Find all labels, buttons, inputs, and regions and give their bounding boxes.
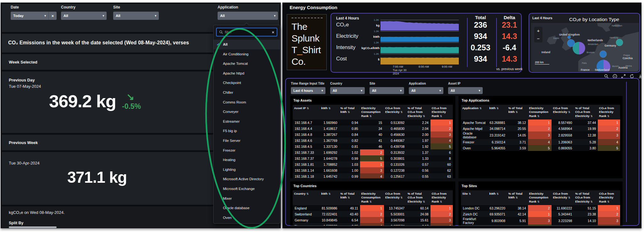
column-header[interactable]: kWh⇅ xyxy=(488,190,507,205)
lower-filter-dropdown[interactable]: All▾ xyxy=(448,87,483,94)
sort-icon[interactable]: ⇅ xyxy=(568,111,570,114)
application-dropdown-popup: filter × ✓AllAir ConditioningApache Tomc… xyxy=(213,25,280,224)
lower-filter-time-range-input-title: Time Range Input TitleLast 4 hours▾ xyxy=(291,82,325,94)
column-header[interactable]: % of Total CO₂e from Electricity⇅ xyxy=(574,190,598,205)
column-header[interactable]: Site⇅ xyxy=(461,190,488,205)
frankfurt-bubble[interactable] xyxy=(600,51,607,58)
sort-icon[interactable]: ⇅ xyxy=(469,192,471,195)
sort-icon[interactable]: ⇅ xyxy=(306,192,308,195)
lower-filter-dropdown[interactable]: All▾ xyxy=(409,87,443,94)
sort-icon[interactable]: ⇅ xyxy=(423,200,425,203)
column-header[interactable]: Electricity Consumption Rank⇅ xyxy=(528,190,552,205)
dropdown-item-apache-httpd[interactable]: Apache httpd xyxy=(214,69,280,78)
berlin-bubble[interactable] xyxy=(616,39,623,46)
dropdown-item-apache-tomcat[interactable]: Apache Tomcat xyxy=(214,59,280,69)
column-header[interactable]: % of Total CO₂e from Electricity⇅ xyxy=(574,105,598,120)
sort-icon[interactable]: ⇅ xyxy=(329,107,331,110)
column-header[interactable]: CO₂e from Electricity Rank⇅ xyxy=(598,190,620,205)
column-header[interactable]: CO₂e from Electricity Rank⇅ xyxy=(430,105,453,120)
metric-unit: kWh xyxy=(360,35,380,38)
sort-icon[interactable]: ⇅ xyxy=(307,107,309,110)
sort-icon[interactable]: ⇅ xyxy=(607,200,609,203)
clear-search-icon[interactable]: × xyxy=(272,30,274,35)
dropdown-item-checkpoint[interactable]: Checkpoint xyxy=(214,78,280,88)
column-header[interactable]: Electricity Consumption Rank⇅ xyxy=(360,190,384,205)
filter-date-dropdown[interactable]: Today▾ xyxy=(11,12,48,20)
column-header[interactable]: CO₂e from Electricity⇅ xyxy=(384,105,406,120)
filter-application-dropdown[interactable]: All▾ xyxy=(218,12,278,20)
filter-country-dropdown[interactable]: All▾ xyxy=(61,12,107,20)
sort-icon[interactable]: ⇅ xyxy=(537,200,540,203)
column-header[interactable]: % of Total kWh⇅ xyxy=(339,190,360,205)
sort-icon[interactable]: ⇅ xyxy=(423,115,425,118)
column-header[interactable]: % of Total kWh⇅ xyxy=(339,105,360,120)
lower-filter-dropdown[interactable]: All▾ xyxy=(330,87,365,94)
column-header[interactable]: Application⇅ xyxy=(461,105,488,120)
sort-icon[interactable]: ⇅ xyxy=(591,200,593,203)
map-zoom-out-button[interactable]: − xyxy=(534,35,542,42)
sort-icon[interactable]: ⇅ xyxy=(329,192,331,195)
sort-icon[interactable]: ⇅ xyxy=(497,192,499,195)
column-header[interactable]: Asset IP⇅ xyxy=(293,105,320,120)
column-header[interactable]: kWh⇅ xyxy=(320,105,339,120)
sort-icon[interactable]: ⇅ xyxy=(440,115,442,118)
column-header[interactable]: CO₂e from Electricity Rank⇅ xyxy=(598,105,620,120)
sort-icon[interactable]: ⇅ xyxy=(401,196,403,199)
column-header[interactable]: % of Total kWh⇅ xyxy=(507,190,528,205)
dropdown-item-freezer[interactable]: Freezer xyxy=(214,146,280,155)
sort-icon[interactable]: ⇅ xyxy=(516,196,518,199)
dropdown-item-estreamer[interactable]: Estreamer xyxy=(214,117,280,126)
dropdown-item-oven[interactable]: Oven xyxy=(214,213,280,222)
sort-icon[interactable]: ⇅ xyxy=(516,111,518,114)
dropdown-item-all[interactable]: ✓All xyxy=(214,40,280,49)
column-header[interactable]: CO₂e from Electricity⇅ xyxy=(552,105,574,120)
dropdown-item-heating[interactable]: Heating xyxy=(214,155,280,165)
sort-icon[interactable]: ⇅ xyxy=(497,107,499,110)
column-header[interactable]: kWh⇅ xyxy=(488,105,507,120)
column-header[interactable]: Electricity Consumption Rank⇅ xyxy=(360,105,384,120)
sort-icon[interactable]: ⇅ xyxy=(348,196,350,199)
dropdown-item-microsoft-exchange[interactable]: Microsoft Exchange xyxy=(214,184,280,194)
column-header[interactable]: % of Total CO₂e from Electricity⇅ xyxy=(406,190,430,205)
column-header[interactable]: % of Total CO₂e from Electricity⇅ xyxy=(406,105,430,120)
dropdown-item-microsoft-active-directory[interactable]: Microsoft Active Directory xyxy=(214,174,280,184)
dropdown-item-lighting[interactable]: Lighting xyxy=(214,165,280,175)
column-header[interactable]: kWh⇅ xyxy=(320,190,339,205)
birmingham-bubble[interactable] xyxy=(567,39,575,47)
map-city-label-hamburg: Hamburg xyxy=(610,36,618,39)
dropdown-item-file-server[interactable]: File Server xyxy=(214,136,280,146)
column-header[interactable]: CO₂e from Electricity Rank⇅ xyxy=(430,190,453,205)
horizontal-scrollbar[interactable] xyxy=(9,226,57,228)
sort-icon[interactable]: ⇅ xyxy=(480,107,482,110)
table-cell: 1.644278 xyxy=(320,155,339,161)
column-header[interactable]: Electricity Consumption Rank⇅ xyxy=(528,105,552,120)
table-cell: 14.05 xyxy=(507,131,528,139)
column-header[interactable]: Country⇅ xyxy=(293,190,320,205)
sort-icon[interactable]: ⇅ xyxy=(537,115,540,118)
dropdown-search-input[interactable]: filter × xyxy=(216,28,277,36)
download-icon[interactable] xyxy=(638,74,643,79)
column-header[interactable]: % of Total kWh⇅ xyxy=(507,105,528,120)
map-zoom-in-button[interactable]: + xyxy=(534,27,542,35)
filter-clear-button[interactable]: × xyxy=(48,12,57,20)
column-header[interactable]: CO₂e from Electricity⇅ xyxy=(384,190,406,205)
dropdown-item-air-conditioning[interactable]: Air Conditioning xyxy=(214,49,280,59)
sort-icon[interactable]: ⇅ xyxy=(568,196,570,199)
lower-filter-dropdown[interactable]: All▾ xyxy=(369,87,404,94)
dropdown-item-f5-big-ip[interactable]: F5 big ip xyxy=(214,126,280,136)
sort-icon[interactable]: ⇅ xyxy=(440,200,442,203)
column-header[interactable]: CO₂e from Electricity⇅ xyxy=(552,190,574,205)
sort-icon[interactable]: ⇅ xyxy=(607,115,609,118)
sort-icon[interactable]: ⇅ xyxy=(401,111,403,114)
sort-icon[interactable]: ⇅ xyxy=(591,115,593,118)
dropdown-item-mixer[interactable]: Mixer xyxy=(214,194,280,203)
dropdown-item-conveyer[interactable]: Conveyer xyxy=(214,107,280,117)
sort-icon[interactable]: ⇅ xyxy=(369,200,372,203)
dropdown-item-comms-room[interactable]: Comms Room xyxy=(214,98,280,107)
filter-site-dropdown[interactable]: All▾ xyxy=(113,12,159,20)
dropdown-item-oracle-database[interactable]: Oracle database xyxy=(214,203,280,213)
sort-icon[interactable]: ⇅ xyxy=(348,111,350,114)
sort-icon[interactable]: ⇅ xyxy=(369,115,372,118)
lower-filter-dropdown[interactable]: Last 4 hours▾ xyxy=(291,87,325,94)
dropdown-item-chiller[interactable]: Chiller xyxy=(214,88,280,98)
